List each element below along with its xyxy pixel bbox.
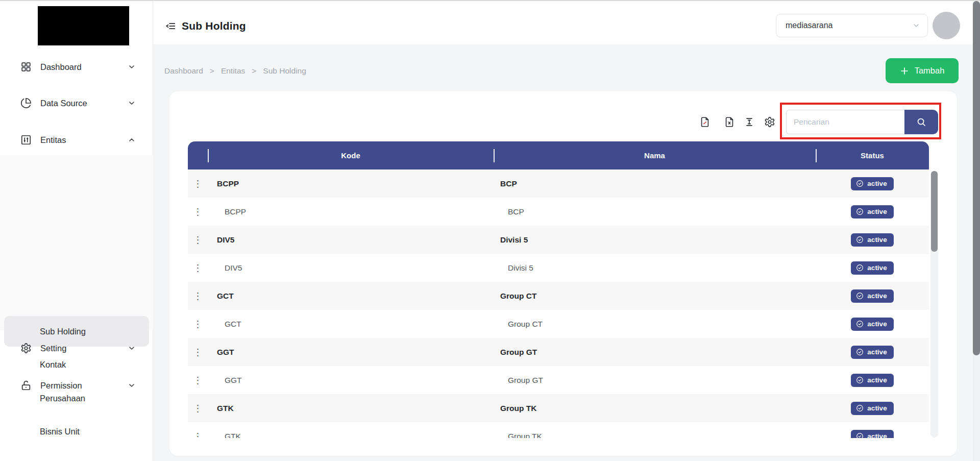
status-badge: active — [851, 318, 893, 331]
status-badge: active — [851, 374, 893, 387]
row-menu-button[interactable]: ⋮ — [193, 292, 203, 301]
breadcrumb: Dashboard > Entitas > Sub Holding — [164, 66, 306, 76]
search-icon — [916, 116, 927, 128]
sidebar-item-label: Entitas — [40, 135, 66, 145]
cell-kode: DIV5 — [208, 235, 494, 245]
sidebar-item-label: Dashboard — [40, 62, 82, 72]
status-badge: active — [851, 402, 893, 415]
breadcrumb-separator: > — [210, 66, 214, 76]
table-body: ⋮ BCPP BCP active ⋮ BCPP BCP active ⋮ DI… — [188, 169, 929, 438]
table-row: ⋮ BCPP BCP active — [188, 198, 929, 226]
status-badge: active — [851, 233, 893, 247]
cell-nama: Divisi 5 — [494, 263, 816, 273]
cell-kode: GCT — [208, 292, 494, 301]
chevron-down-icon — [128, 344, 136, 352]
pie-chart-icon — [20, 98, 32, 109]
sidebar-item-setting[interactable]: Setting — [0, 335, 153, 361]
page-title: Sub Holding — [182, 20, 246, 32]
add-button[interactable]: Tambah — [886, 58, 959, 83]
status-badge: active — [851, 346, 893, 359]
sidebar-item-label: Data Source — [40, 99, 87, 108]
check-circle-icon — [856, 404, 864, 412]
status-badge: active — [851, 261, 893, 275]
sidebar-item-label: Bisnis Unit — [40, 427, 80, 436]
collapse-sidebar-icon[interactable] — [164, 21, 177, 32]
row-menu-button[interactable]: ⋮ — [193, 179, 203, 188]
cell-nama: Divisi 5 — [494, 235, 816, 245]
table-row: ⋮ GGT Group GT active — [188, 338, 929, 366]
row-menu-button[interactable]: ⋮ — [193, 376, 203, 385]
cell-nama: BCP — [494, 179, 816, 188]
search-button[interactable] — [904, 110, 938, 134]
add-button-label: Tambah — [915, 66, 945, 76]
row-menu-button[interactable]: ⋮ — [193, 235, 203, 245]
table-scrollbar-thumb[interactable] — [931, 171, 938, 252]
header-divider — [494, 149, 495, 162]
table-settings-icon[interactable] — [764, 116, 775, 128]
chevron-down-icon — [128, 63, 136, 71]
status-badge: active — [851, 205, 893, 219]
cell-kode: GCT — [208, 320, 494, 329]
sliders-icon — [20, 134, 32, 145]
check-circle-icon — [856, 292, 864, 300]
cell-kode: GTK — [208, 432, 494, 439]
table-row: ⋮ GCT Group CT active — [188, 310, 929, 338]
breadcrumb-item-entitas[interactable]: Entitas — [221, 66, 245, 76]
row-menu-button[interactable]: ⋮ — [193, 404, 203, 413]
row-menu-button[interactable]: ⋮ — [193, 432, 203, 439]
row-menu-button[interactable]: ⋮ — [193, 320, 203, 329]
check-circle-icon — [856, 320, 864, 328]
export-excel-icon[interactable] — [724, 116, 735, 128]
page-scrollbar-thumb[interactable] — [973, 1, 980, 355]
sidebar-item-bisnis-unit[interactable]: Bisnis Unit — [0, 416, 153, 447]
search-input[interactable] — [786, 110, 904, 134]
cell-kode: BCPP — [208, 207, 494, 216]
grid-icon — [20, 61, 32, 72]
breadcrumb-separator: > — [252, 66, 256, 76]
row-menu-button[interactable]: ⋮ — [193, 207, 203, 216]
breadcrumb-item-dashboard[interactable]: Dashboard — [164, 66, 203, 76]
check-circle-icon — [856, 432, 864, 439]
table-header: Kode Nama Status — [188, 141, 929, 169]
tenant-select[interactable]: mediasarana — [776, 14, 928, 37]
header-cell-status: Status — [816, 151, 929, 160]
cell-nama: Group TK — [494, 432, 816, 439]
cell-kode: GGT — [208, 348, 494, 357]
table-row: ⋮ GTK Group TK active — [188, 422, 929, 438]
sidebar-item-label: Permission — [40, 381, 82, 391]
status-badge: active — [851, 430, 893, 439]
unlock-icon — [20, 380, 32, 391]
sidebar-item-kategori-bisnis[interactable]: Kategori Bisnis — [0, 450, 153, 461]
status-badge: active — [851, 177, 893, 190]
cell-nama: Group TK — [494, 404, 816, 413]
header-divider — [208, 149, 209, 162]
export-pdf-icon[interactable] — [699, 116, 710, 128]
chevron-down-icon — [912, 21, 920, 30]
table-row: ⋮ BCPP BCP active — [188, 169, 929, 198]
table-row: ⋮ DIV5 Divisi 5 active — [188, 254, 929, 282]
cell-kode: DIV5 — [208, 263, 494, 273]
chevron-down-icon — [128, 99, 136, 107]
row-menu-button[interactable]: ⋮ — [193, 348, 203, 357]
cell-nama: Group CT — [494, 320, 816, 329]
sidebar-item-permission[interactable]: Permission — [0, 373, 153, 398]
check-circle-icon — [856, 348, 864, 356]
chevron-up-icon — [128, 136, 136, 144]
header-cell-nama: Nama — [494, 151, 816, 160]
sidebar-item-dashboard[interactable]: Dashboard — [0, 54, 153, 80]
table-row: ⋮ GGT Group GT active — [188, 366, 929, 394]
cell-nama: Group GT — [494, 348, 816, 357]
row-height-icon[interactable] — [744, 116, 755, 128]
cell-kode: BCPP — [208, 179, 494, 188]
tenant-select-value: mediasarana — [786, 21, 833, 30]
company-logo[interactable] — [38, 6, 129, 45]
breadcrumb-item-current: Sub Holding — [263, 66, 306, 76]
sidebar-item-entitas[interactable]: Entitas — [0, 127, 153, 153]
row-menu-button[interactable]: ⋮ — [193, 263, 203, 273]
sidebar-item-data-source[interactable]: Data Source — [0, 90, 153, 116]
gear-icon — [20, 343, 32, 354]
table-row: ⋮ GCT Group CT active — [188, 282, 929, 310]
status-badge: active — [851, 289, 893, 303]
entitas-submenu: Sub Holding Kontak Perusahaan Bisnis Uni… — [0, 155, 153, 330]
avatar[interactable] — [933, 12, 960, 39]
